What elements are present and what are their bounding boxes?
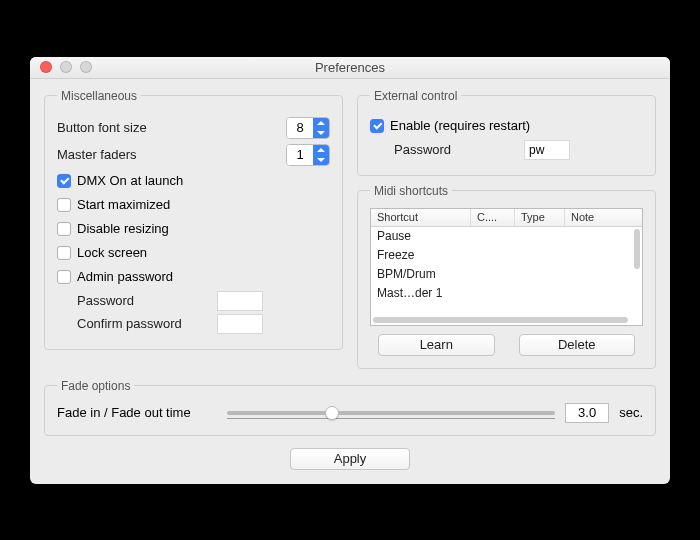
master-faders-label: Master faders <box>57 147 286 162</box>
table-header[interactable]: Shortcut C.... Type Note <box>371 209 642 227</box>
delete-button[interactable]: Delete <box>519 334 636 356</box>
fade-label: Fade in / Fade out time <box>57 405 217 420</box>
group-external-control: External control Enable (requires restar… <box>357 89 656 176</box>
col-type[interactable]: Type <box>515 209 565 226</box>
fade-unit: sec. <box>619 405 643 420</box>
external-password-label: Password <box>394 142 524 157</box>
group-midi-shortcuts: Midi shortcuts Shortcut C.... Type Note … <box>357 184 656 369</box>
preferences-window: Preferences Miscellaneous Button font si… <box>30 57 670 484</box>
chevron-up-icon[interactable] <box>313 118 329 128</box>
disable-resizing-checkbox[interactable]: Disable resizing <box>57 218 330 240</box>
chevron-up-icon[interactable] <box>313 145 329 155</box>
disable-resizing-label: Disable resizing <box>77 221 169 236</box>
table-row[interactable]: Freeze <box>371 246 642 265</box>
close-icon[interactable] <box>40 61 52 73</box>
checkbox-icon[interactable] <box>57 198 71 212</box>
minimize-icon <box>60 61 72 73</box>
lock-screen-label: Lock screen <box>77 245 147 260</box>
table-row[interactable]: BPM/Drum <box>371 265 642 284</box>
legend-external: External control <box>370 89 461 103</box>
checkbox-icon[interactable] <box>57 174 71 188</box>
dmx-on-launch-label: DMX On at launch <box>77 173 183 188</box>
checkbox-icon[interactable] <box>57 270 71 284</box>
traffic-lights <box>30 61 92 73</box>
master-faders-input[interactable] <box>287 145 313 165</box>
col-shortcut[interactable]: Shortcut <box>371 209 471 226</box>
admin-password-label: Admin password <box>77 269 173 284</box>
col-note[interactable]: Note <box>565 209 642 226</box>
col-channel[interactable]: C.... <box>471 209 515 226</box>
legend-midi: Midi shortcuts <box>370 184 452 198</box>
legend-fade: Fade options <box>57 379 134 393</box>
group-fade-options: Fade options Fade in / Fade out time sec… <box>44 379 656 436</box>
table-row[interactable]: Pause <box>371 227 642 246</box>
stepper-arrows-icon[interactable] <box>313 145 329 165</box>
checkbox-icon[interactable] <box>57 246 71 260</box>
button-font-size-label: Button font size <box>57 120 286 135</box>
admin-pw-confirm-label: Confirm password <box>77 316 217 331</box>
stepper-arrows-icon[interactable] <box>313 118 329 138</box>
external-password-input[interactable] <box>524 140 570 160</box>
horizontal-scrollbar[interactable] <box>373 317 628 323</box>
window-title: Preferences <box>30 60 670 75</box>
group-miscellaneous: Miscellaneous Button font size Maste <box>44 89 343 350</box>
vertical-scrollbar[interactable] <box>634 229 640 313</box>
admin-password-input[interactable] <box>217 291 263 311</box>
learn-button[interactable]: Learn <box>378 334 495 356</box>
lock-screen-checkbox[interactable]: Lock screen <box>57 242 330 264</box>
admin-pw-label: Password <box>77 293 217 308</box>
slider-thumb-icon[interactable] <box>325 406 339 420</box>
master-faders-stepper[interactable] <box>286 144 330 166</box>
fade-slider[interactable] <box>227 403 555 423</box>
table-row[interactable]: Mast…der 1 <box>371 284 642 303</box>
titlebar[interactable]: Preferences <box>30 57 670 79</box>
start-maximized-label: Start maximized <box>77 197 170 212</box>
midi-shortcuts-table[interactable]: Shortcut C.... Type Note Pause Freeze BP… <box>370 208 643 326</box>
checkbox-icon[interactable] <box>370 119 384 133</box>
apply-button[interactable]: Apply <box>290 448 410 470</box>
zoom-icon <box>80 61 92 73</box>
enable-external-checkbox[interactable]: Enable (requires restart) <box>370 115 643 137</box>
legend-miscellaneous: Miscellaneous <box>57 89 141 103</box>
button-font-size-input[interactable] <box>287 118 313 138</box>
enable-external-label: Enable (requires restart) <box>390 118 530 133</box>
chevron-down-icon[interactable] <box>313 155 329 165</box>
admin-password-checkbox[interactable]: Admin password <box>57 266 330 288</box>
start-maximized-checkbox[interactable]: Start maximized <box>57 194 330 216</box>
fade-value-input[interactable] <box>565 403 609 423</box>
button-font-size-stepper[interactable] <box>286 117 330 139</box>
admin-password-confirm-input[interactable] <box>217 314 263 334</box>
table-body[interactable]: Pause Freeze BPM/Drum Mast…der 1 <box>371 227 642 317</box>
chevron-down-icon[interactable] <box>313 128 329 138</box>
dmx-on-launch-checkbox[interactable]: DMX On at launch <box>57 170 330 192</box>
checkbox-icon[interactable] <box>57 222 71 236</box>
